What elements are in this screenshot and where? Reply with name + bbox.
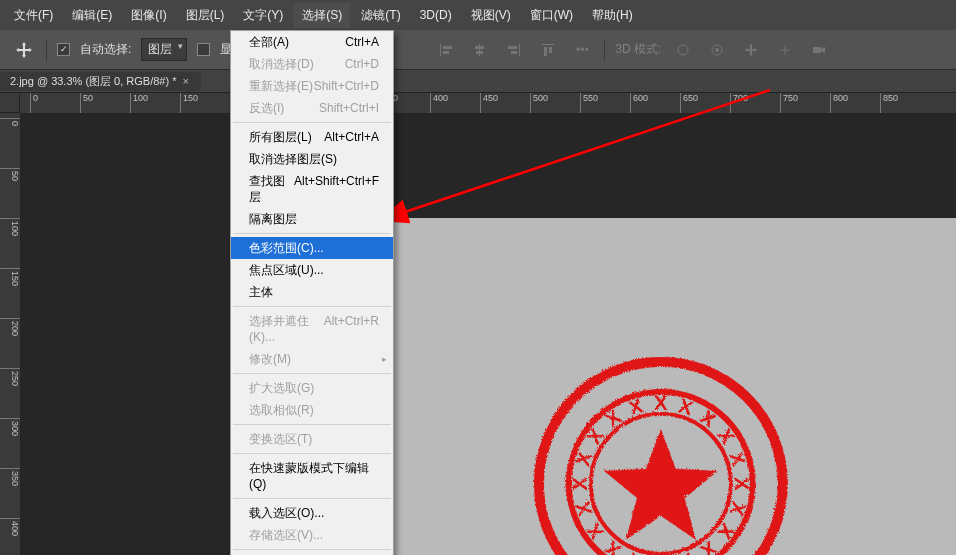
menu-item[interactable]: 取消选择图层(S) <box>231 148 393 170</box>
ruler-tick: 100 <box>130 93 148 113</box>
svg-text:X: X <box>675 393 695 418</box>
align-right-icon[interactable] <box>502 38 526 62</box>
menu-item-label: 色彩范围(C)... <box>249 240 324 256</box>
ruler-tick: 200 <box>0 318 20 336</box>
menu-item-shortcut: Shift+Ctrl+I <box>319 100 379 116</box>
menu-separator <box>233 424 391 425</box>
align-center-icon[interactable] <box>468 38 492 62</box>
ruler-tick: 0 <box>0 118 20 126</box>
svg-text:X: X <box>570 448 595 468</box>
menu-item-shortcut: Alt+Ctrl+R <box>324 313 379 345</box>
menu-item[interactable]: 在快速蒙版模式下编辑(Q) <box>231 457 393 495</box>
menu-item-label: 存储选区(V)... <box>249 527 323 543</box>
menu-separator <box>233 122 391 123</box>
ruler-tick: 400 <box>430 93 448 113</box>
align-left-icon[interactable] <box>434 38 458 62</box>
svg-text:X: X <box>625 547 645 555</box>
menu-item[interactable]: 色彩范围(C)... <box>231 237 393 259</box>
ruler-tick: 50 <box>0 168 20 181</box>
menu-help[interactable]: 帮助(H) <box>584 3 641 28</box>
svg-text:X: X <box>625 393 645 418</box>
auto-select-label: 自动选择: <box>80 41 131 58</box>
menu-separator <box>233 306 391 307</box>
menu-item: 存储选区(V)... <box>231 524 393 546</box>
ruler-origin[interactable] <box>0 93 20 113</box>
menu-layer[interactable]: 图层(L) <box>178 3 233 28</box>
menu-item: 取消选择(D)Ctrl+D <box>231 53 393 75</box>
menu-item[interactable]: 全部(A)Ctrl+A <box>231 31 393 53</box>
document-tab-title: 2.jpg @ 33.3% (图层 0, RGB/8#) * <box>10 74 176 89</box>
svg-point-2 <box>715 48 719 52</box>
menu-item[interactable]: 隔离图层 <box>231 208 393 230</box>
workspace: 0501001502002503003504004505005506006507… <box>0 93 956 555</box>
menu-window[interactable]: 窗口(W) <box>522 3 581 28</box>
align-top-icon[interactable] <box>536 38 560 62</box>
menu-item-shortcut: Shift+Ctrl+D <box>314 78 379 94</box>
menu-item: 修改(M) <box>231 348 393 370</box>
menu-item-label: 所有图层(L) <box>249 129 312 145</box>
document-tab[interactable]: 2.jpg @ 33.3% (图层 0, RGB/8#) * × <box>0 72 201 91</box>
menu-item-label: 载入选区(O)... <box>249 505 324 521</box>
menu-separator <box>233 453 391 454</box>
menu-3d[interactable]: 3D(D) <box>412 4 460 26</box>
menu-item-label: 隔离图层 <box>249 211 297 227</box>
menu-item-label: 焦点区域(U)... <box>249 262 324 278</box>
menu-item[interactable]: 所有图层(L)Alt+Ctrl+A <box>231 126 393 148</box>
menu-item: 选择并遮住(K)...Alt+Ctrl+R <box>231 310 393 348</box>
menu-separator <box>233 373 391 374</box>
ruler-tick: 700 <box>730 93 748 113</box>
menu-view[interactable]: 视图(V) <box>463 3 519 28</box>
ruler-tick: 300 <box>0 418 20 436</box>
menu-item-label: 全部(A) <box>249 34 289 50</box>
svg-text:X: X <box>725 448 750 468</box>
close-icon[interactable]: × <box>182 75 188 87</box>
show-transform-checkbox[interactable] <box>197 43 210 56</box>
menu-image[interactable]: 图像(I) <box>123 3 174 28</box>
menu-item-label: 取消选择(D) <box>249 56 314 72</box>
menu-item[interactable]: 载入选区(O)... <box>231 502 393 524</box>
pan-3d-icon <box>739 38 763 62</box>
ruler-tick: 850 <box>880 93 898 113</box>
mode3d-label: 3D 模式: <box>615 41 661 58</box>
ruler-tick: 450 <box>480 93 498 113</box>
ruler-tick: 150 <box>0 268 20 286</box>
menu-item: 反选(I)Shift+Ctrl+I <box>231 97 393 119</box>
svg-text:X: X <box>675 548 695 555</box>
auto-select-checkbox[interactable]: ✓ <box>57 43 70 56</box>
svg-rect-3 <box>813 47 821 53</box>
ruler-tick: 400 <box>0 518 20 536</box>
ruler-tick: 750 <box>780 93 798 113</box>
svg-text:X: X <box>600 535 624 555</box>
menu-filter[interactable]: 滤镜(T) <box>353 3 408 28</box>
align-more-icon[interactable]: ••• <box>570 38 594 62</box>
menu-item-shortcut: Ctrl+A <box>345 34 379 50</box>
menu-select[interactable]: 选择(S) <box>294 3 350 28</box>
menu-item-label: 选择并遮住(K)... <box>249 313 324 345</box>
menu-item[interactable]: 焦点区域(U)... <box>231 259 393 281</box>
canvas-viewport[interactable]: XXXXXXXXXXXXXXXXXXXX <box>20 113 956 555</box>
slide-3d-icon <box>773 38 797 62</box>
ruler-tick: 500 <box>530 93 548 113</box>
vertical-ruler[interactable]: 050100150200250300350400450500 <box>0 113 20 555</box>
menu-item-shortcut: Ctrl+D <box>345 56 379 72</box>
menu-file[interactable]: 文件(F) <box>6 3 61 28</box>
move-tool-icon[interactable] <box>12 38 36 62</box>
menu-item-label: 反选(I) <box>249 100 284 116</box>
ruler-tick: 650 <box>680 93 698 113</box>
ruler-tick: 800 <box>830 93 848 113</box>
menu-item-label: 在快速蒙版模式下编辑(Q) <box>249 460 379 492</box>
menu-separator <box>233 233 391 234</box>
stamp-image: XXXXXXXXXXXXXXXXXXXX <box>530 353 790 555</box>
auto-select-target-dropdown[interactable]: 图层 <box>141 38 187 61</box>
menu-item[interactable]: 查找图层Alt+Shift+Ctrl+F <box>231 170 393 208</box>
menu-item-label: 取消选择图层(S) <box>249 151 337 167</box>
roll-3d-icon <box>705 38 729 62</box>
menu-edit[interactable]: 编辑(E) <box>64 3 120 28</box>
camera-3d-icon <box>807 38 831 62</box>
document-tab-strip: 2.jpg @ 33.3% (图层 0, RGB/8#) * × <box>0 70 956 93</box>
menu-item: 重新选择(E)Shift+Ctrl+D <box>231 75 393 97</box>
menu-type[interactable]: 文字(Y) <box>235 3 291 28</box>
menu-item-label: 扩大选取(G) <box>249 380 314 396</box>
menu-item[interactable]: 主体 <box>231 281 393 303</box>
horizontal-ruler[interactable]: 0501001502002503003504004505005506006507… <box>20 93 956 113</box>
